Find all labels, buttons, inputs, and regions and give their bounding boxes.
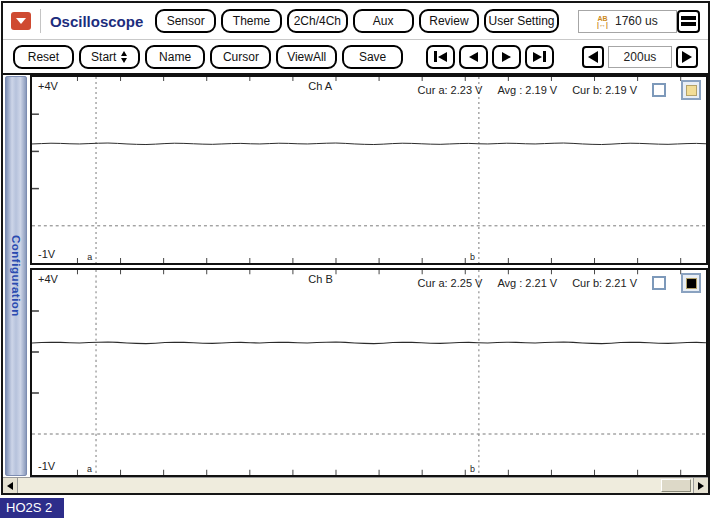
cursor-delta-time-value: 1760 us	[615, 14, 658, 28]
channel-a-title: Ch A	[308, 80, 332, 92]
configuration-panel-tab[interactable]: Configuration	[5, 76, 27, 476]
channel-b-color-button[interactable]	[681, 273, 701, 293]
user-setting-button[interactable]: User Setting	[484, 9, 558, 33]
step-back-icon	[469, 52, 478, 62]
sensor-button[interactable]: Sensor	[155, 9, 216, 33]
oscilloscope-window: Oscilloscope Sensor Theme 2Ch/4Ch Aux Re…	[1, 1, 710, 495]
channel-b-checkbox[interactable]	[652, 276, 666, 290]
scroll-left-button[interactable]	[3, 478, 18, 493]
svg-text:b: b	[470, 464, 475, 474]
aux-button[interactable]: Aux	[353, 9, 414, 33]
channel-mode-button[interactable]: 2Ch/4Ch	[287, 9, 348, 33]
transport-controls	[426, 45, 554, 69]
hamburger-icon	[681, 16, 696, 20]
horizontal-scrollbar[interactable]	[3, 477, 708, 493]
avg-readout: Avg : 2.21 V	[497, 277, 557, 289]
right-triangle-icon	[682, 51, 692, 63]
dropdown-triangle-icon	[16, 18, 26, 24]
channel-a-readouts: Cur a: 2.23 V Avg : 2.19 V Cur b: 2.19 V	[418, 80, 701, 100]
name-button[interactable]: Name	[145, 45, 206, 69]
channel-a-panel: ab +4V Ch A Cur a: 2.23 V Avg : 2.19 V C…	[30, 75, 708, 265]
channel-a-ymax-label: +4V	[38, 80, 58, 92]
viewall-button[interactable]: ViewAll	[276, 45, 337, 69]
timebase-increase-button[interactable]	[676, 46, 698, 68]
step-back-button[interactable]	[459, 45, 488, 69]
channel-a-plot[interactable]: ab	[32, 77, 706, 263]
reset-button[interactable]: Reset	[13, 45, 74, 69]
left-triangle-icon	[588, 51, 598, 63]
divider	[40, 9, 41, 33]
channel-a-color-button[interactable]	[681, 80, 701, 100]
start-button[interactable]: Start	[79, 45, 140, 69]
channel-b-color-swatch	[686, 278, 697, 289]
cursor-button[interactable]: Cursor	[210, 45, 271, 69]
skip-end-icon	[533, 52, 542, 62]
avg-readout: Avg : 2.19 V	[497, 84, 557, 96]
cursor-b-readout: Cur b: 2.21 V	[572, 277, 637, 289]
channel-b-plot[interactable]: ab	[32, 270, 706, 475]
channel-b-readouts: Cur a: 2.25 V Avg : 2.21 V Cur b: 2.21 V	[418, 273, 701, 293]
svg-text:b: b	[470, 252, 475, 262]
step-forward-icon	[502, 52, 511, 62]
review-button[interactable]: Review	[419, 9, 480, 33]
cursor-a-readout: Cur a: 2.25 V	[418, 277, 483, 289]
cursor-a-readout: Cur a: 2.23 V	[418, 84, 483, 96]
step-forward-button[interactable]	[492, 45, 521, 69]
channel-a-color-swatch	[686, 85, 697, 96]
skip-start-icon	[434, 51, 437, 62]
channel-a-ymin-label: -1V	[38, 248, 55, 260]
svg-text:a: a	[87, 464, 93, 474]
toolbar-top: Oscilloscope Sensor Theme 2Ch/4Ch Aux Re…	[3, 3, 708, 40]
timebase-controls: 200us	[582, 46, 698, 68]
svg-text:a: a	[87, 252, 92, 262]
cursor-b-readout: Cur b: 2.19 V	[572, 84, 637, 96]
hamburger-menu-button[interactable]	[677, 10, 700, 33]
scroll-right-icon	[698, 482, 704, 490]
cursor-delta-time-display: AB |↔| 1760 us	[578, 10, 677, 33]
scrollbar-thumb[interactable]	[661, 479, 691, 492]
sensor-name-tag: HO2S 2	[0, 498, 64, 518]
toolbar-bottom: Reset Start Name Cursor ViewAll Save 200…	[3, 40, 708, 73]
configuration-label: Configuration	[10, 235, 22, 317]
timebase-field[interactable]: 200us	[608, 46, 672, 68]
channel-b-title: Ch B	[308, 273, 332, 285]
theme-button[interactable]: Theme	[221, 9, 282, 33]
channel-b-panel: ab +4V Ch B Cur a: 2.25 V Avg : 2.21 V C…	[30, 268, 708, 477]
channel-a-checkbox[interactable]	[652, 83, 666, 97]
spinner-arrows-icon	[121, 51, 127, 63]
save-button[interactable]: Save	[342, 45, 403, 69]
channel-b-ymax-label: +4V	[38, 273, 58, 285]
skip-end-button[interactable]	[525, 45, 554, 69]
ab-measure-icon: AB |↔|	[597, 15, 608, 28]
skip-start-button[interactable]	[426, 45, 455, 69]
channel-b-ymin-label: -1V	[38, 460, 55, 472]
app-title: Oscilloscope	[50, 13, 143, 30]
timebase-decrease-button[interactable]	[582, 46, 604, 68]
scroll-left-icon	[7, 482, 13, 490]
app-menu-button[interactable]	[11, 12, 31, 30]
charts-column: ab +4V Ch A Cur a: 2.23 V Avg : 2.19 V C…	[30, 75, 708, 477]
scroll-right-button[interactable]	[693, 478, 708, 493]
main-area: Configuration ab +4V Ch A Cur a: 2.23 V …	[3, 73, 708, 477]
